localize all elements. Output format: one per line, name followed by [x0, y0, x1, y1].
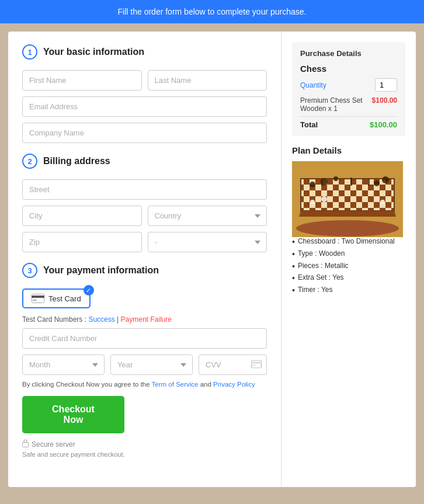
svg-rect-2: [33, 300, 37, 301]
card-label: Test Card: [48, 294, 81, 303]
test-card-label: Test Card Numbers :: [22, 315, 86, 324]
credit-card-row: [22, 328, 267, 349]
terms-of-service-link[interactable]: Term of Service: [152, 381, 199, 388]
first-name-input[interactable]: [22, 70, 142, 91]
total-row: Total $100.00: [300, 120, 397, 129]
email-input[interactable]: [22, 96, 267, 117]
quantity-input[interactable]: [375, 78, 397, 92]
svg-rect-1: [32, 296, 44, 298]
product-desc: Premium Chess SetWooden x 1: [300, 96, 363, 113]
expiry-cvv-row: Month 01020304 05060708 09101112 Year 20…: [22, 354, 267, 375]
svg-point-17: [382, 176, 389, 183]
section-number-1: 1: [22, 44, 37, 60]
svg-rect-6: [23, 443, 29, 447]
top-banner: Fill the order form below to complete yo…: [0, 0, 424, 23]
cvv-card-icon: [251, 360, 262, 370]
main-card: 1 Your basic information 2 Billing addre…: [8, 32, 416, 487]
company-input[interactable]: [22, 123, 267, 143]
plan-feature-item: Chessboard : Two Dimensional: [292, 237, 405, 247]
name-row: [22, 70, 267, 91]
plan-features-list: Chessboard : Two DimensionalType : Woode…: [292, 237, 405, 296]
secure-server-label: Secure server: [32, 440, 75, 449]
svg-rect-20: [368, 179, 370, 186]
plan-details-title: Plan Details: [292, 145, 405, 155]
svg-rect-18: [321, 179, 323, 186]
section-number-2: 2: [22, 154, 37, 169]
credit-card-input[interactable]: [22, 328, 267, 349]
product-price: $100.00: [372, 96, 397, 105]
year-select[interactable]: Year 2024202520262027: [110, 354, 193, 375]
quantity-label: Quantity: [300, 81, 326, 89]
plan-feature-item: Type : Wooden: [292, 249, 405, 259]
chess-image: [292, 161, 403, 237]
basic-info-section-header: 1 Your basic information: [22, 44, 267, 60]
zip-state-row: -: [22, 232, 267, 252]
plan-feature-item: Pieces : Metallic: [292, 262, 405, 272]
secure-server: Secure server: [22, 439, 267, 449]
month-select[interactable]: Month 01020304 05060708 09101112: [22, 354, 105, 375]
secure-subtext: Safe and secure payment checkout.: [22, 451, 267, 458]
zip-input[interactable]: [22, 232, 142, 252]
privacy-policy-link[interactable]: Privacy Policy: [213, 381, 255, 388]
product-desc-row: Premium Chess SetWooden x 1 $100.00: [300, 96, 397, 117]
test-card-failure[interactable]: Payment Failure: [121, 315, 172, 324]
last-name-input[interactable]: [148, 70, 267, 91]
email-row: [22, 96, 267, 117]
state-select[interactable]: -: [148, 232, 267, 252]
test-card-success[interactable]: Success: [88, 315, 114, 324]
company-row: [22, 123, 267, 143]
checkout-button[interactable]: Checkout Now: [22, 396, 124, 433]
svg-rect-3: [252, 360, 262, 368]
card-selected-check: ✓: [84, 285, 94, 296]
billing-title: Billing address: [43, 156, 110, 166]
terms-prefix: By clicking Checkout Now you agree to th…: [22, 381, 152, 388]
right-panel: Purchase Details Chess Quantity Premium …: [281, 32, 416, 487]
cvv-wrapper: [199, 354, 267, 375]
quantity-row: Quantity: [300, 78, 397, 92]
banner-text: Fill the order form below to complete yo…: [118, 7, 307, 16]
purchase-details-title: Purchase Details: [300, 49, 397, 58]
svg-point-12: [296, 220, 399, 237]
purchase-details-box: Purchase Details Chess Quantity Premium …: [292, 42, 405, 136]
plan-feature-item: Timer : Yes: [292, 286, 405, 296]
city-country-row: Country: [22, 206, 267, 226]
plan-feature-item: Extra Set : Yes: [292, 273, 405, 283]
svg-rect-0: [32, 294, 44, 303]
svg-rect-4: [251, 362, 262, 363]
payment-title: Your payment information: [43, 265, 159, 276]
section-number-3: 3: [22, 263, 37, 278]
total-price: $100.00: [370, 120, 397, 129]
street-input[interactable]: [22, 179, 267, 200]
svg-point-22: [321, 196, 327, 202]
city-input[interactable]: [22, 206, 142, 226]
svg-rect-19: [350, 178, 352, 186]
svg-rect-5: [252, 364, 256, 366]
total-label: Total: [300, 120, 318, 129]
left-panel: 1 Your basic information 2 Billing addre…: [8, 32, 281, 487]
payment-section-header: 3 Your payment information: [22, 263, 267, 278]
basic-info-title: Your basic information: [43, 47, 144, 57]
product-name: Chess: [300, 64, 397, 74]
street-row: [22, 179, 267, 200]
card-icon: [32, 294, 44, 303]
svg-point-13: [310, 182, 315, 187]
country-select[interactable]: Country: [148, 206, 267, 226]
svg-point-16: [374, 180, 380, 186]
lock-icon: [22, 439, 29, 449]
card-option[interactable]: Test Card ✓: [22, 289, 91, 308]
svg-point-21: [310, 200, 315, 204]
billing-section-header: 2 Billing address: [22, 154, 267, 169]
payment-options: Test Card ✓: [22, 289, 267, 308]
test-card-info: Test Card Numbers : Success | Payment Fa…: [22, 315, 267, 324]
svg-point-23: [380, 200, 385, 204]
terms-and: and: [199, 381, 214, 388]
svg-point-15: [333, 176, 338, 181]
terms-text: By clicking Checkout Now you agree to th…: [22, 381, 267, 388]
